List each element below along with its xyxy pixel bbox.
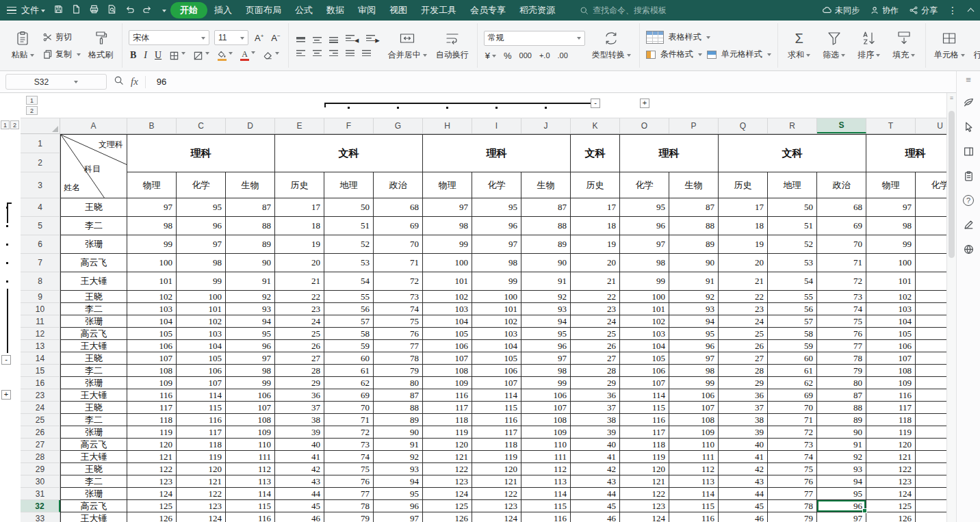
data-cell[interactable]: 56 — [324, 303, 374, 315]
subject-header-cell[interactable]: 物理 — [866, 172, 916, 198]
data-cell[interactable]: 96 — [472, 217, 521, 235]
data-cell[interactable]: 18 — [275, 217, 324, 235]
data-cell[interactable]: 123 — [423, 475, 472, 488]
ai-assistant-icon[interactable] — [963, 96, 975, 108]
data-cell[interactable]: 106 — [226, 389, 275, 402]
data-cell[interactable]: 109 — [226, 426, 275, 439]
align-center-button[interactable] — [311, 50, 323, 56]
data-cell[interactable]: 73 — [374, 291, 423, 303]
data-cell[interactable]: 80 — [374, 377, 423, 389]
data-cell[interactable]: 124 — [423, 488, 472, 500]
data-cell[interactable]: 69 — [374, 217, 423, 235]
data-cell[interactable]: 76 — [817, 328, 866, 340]
name-cell[interactable]: 高云飞 — [60, 439, 127, 451]
subject-header-cell[interactable]: 化学 — [916, 172, 946, 198]
data-cell[interactable]: 70 — [817, 235, 866, 254]
data-cell[interactable]: 70 — [374, 235, 423, 254]
menu-tab-稻壳资源[interactable]: 稻壳资源 — [513, 2, 562, 18]
column-header-T[interactable]: T — [866, 118, 916, 133]
data-cell[interactable]: 78 — [817, 352, 866, 365]
data-cell[interactable]: 109 — [866, 377, 916, 389]
row-header-13[interactable]: 13 — [21, 340, 60, 352]
wrap-text-button[interactable]: 自动换行 — [434, 29, 471, 62]
data-cell[interactable]: 108 — [423, 365, 472, 377]
data-cell[interactable]: 116 — [669, 512, 719, 522]
thousands-separator-button[interactable]: 000 — [518, 51, 533, 60]
data-cell[interactable]: 116 — [226, 512, 275, 522]
data-cell[interactable]: 26 — [719, 340, 768, 352]
data-cell[interactable]: 107 — [127, 352, 177, 365]
data-cell[interactable]: 69 — [768, 389, 817, 402]
name-cell[interactable]: 王晓 — [60, 402, 127, 414]
data-cell[interactable]: 103 — [423, 303, 472, 315]
data-cell[interactable]: 107 — [226, 402, 275, 414]
data-cell[interactable]: 113 — [226, 475, 275, 488]
menu-tab-会员专享[interactable]: 会员专享 — [463, 2, 513, 18]
data-cell[interactable]: 95 — [669, 328, 719, 340]
data-cell[interactable]: 116 — [472, 414, 521, 426]
data-cell[interactable]: 88 — [374, 402, 423, 414]
data-cell[interactable]: 77 — [817, 340, 866, 352]
data-cell[interactable]: 77 — [324, 488, 374, 500]
data-cell[interactable]: 44 — [719, 488, 768, 500]
data-cell[interactable]: 104 — [866, 315, 916, 328]
data-cell[interactable]: 21 — [275, 272, 324, 291]
data-cell[interactable]: 53 — [324, 254, 374, 272]
data-cell[interactable]: 107 — [472, 377, 521, 389]
name-cell[interactable]: 李二 — [60, 475, 127, 488]
data-cell[interactable]: 27 — [571, 352, 620, 365]
data-cell[interactable]: 119 — [127, 426, 177, 439]
menu-tab-公式[interactable]: 公式 — [288, 2, 320, 18]
data-cell[interactable]: 77 — [768, 488, 817, 500]
data-cell[interactable]: 120 — [472, 463, 521, 475]
data-cell[interactable]: 98 — [127, 217, 177, 235]
name-cell[interactable]: 张珊 — [60, 488, 127, 500]
data-cell[interactable]: 42 — [719, 463, 768, 475]
percent-button[interactable]: % — [502, 51, 513, 61]
data-cell[interactable] — [916, 235, 946, 254]
data-cell[interactable] — [916, 402, 946, 414]
data-cell[interactable]: 71 — [374, 254, 423, 272]
data-cell[interactable]: 41 — [719, 451, 768, 463]
data-cell[interactable]: 38 — [571, 414, 620, 426]
data-cell[interactable]: 112 — [226, 463, 275, 475]
data-cell[interactable]: 117 — [866, 402, 916, 414]
data-cell[interactable]: 69 — [817, 217, 866, 235]
conditional-format-button[interactable]: 条件格式 — [660, 49, 702, 60]
data-cell[interactable]: 102 — [866, 291, 916, 303]
data-cell[interactable] — [916, 451, 946, 463]
column-header-D[interactable]: D — [226, 118, 275, 133]
data-cell[interactable]: 123 — [127, 475, 177, 488]
data-cell[interactable]: 99 — [472, 272, 521, 291]
data-cell[interactable]: 120 — [620, 463, 669, 475]
data-cell[interactable]: 118 — [127, 414, 177, 426]
data-cell[interactable] — [916, 488, 946, 500]
data-cell[interactable]: 118 — [866, 414, 916, 426]
data-cell[interactable]: 119 — [472, 451, 521, 463]
data-cell[interactable]: 101 — [620, 303, 669, 315]
column-header-K[interactable]: K — [571, 118, 620, 133]
data-cell[interactable]: 104 — [620, 340, 669, 352]
collapse-ribbon-icon[interactable] — [968, 8, 975, 15]
column-header-C[interactable]: C — [177, 118, 226, 133]
data-cell[interactable]: 100 — [423, 254, 472, 272]
data-cell[interactable]: 114 — [472, 389, 521, 402]
data-cell[interactable]: 99 — [423, 235, 472, 254]
data-cell[interactable]: 108 — [669, 414, 719, 426]
column-header-F[interactable]: F — [324, 118, 374, 133]
data-cell[interactable]: 100 — [127, 254, 177, 272]
column-header-O[interactable]: O — [620, 118, 669, 133]
data-cell[interactable]: 125 — [866, 500, 916, 512]
table-style-button[interactable]: 表格样式 — [669, 31, 710, 43]
menu-tab-审阅[interactable]: 审阅 — [351, 2, 383, 18]
data-cell[interactable]: 123 — [177, 500, 226, 512]
data-cell[interactable]: 97 — [177, 235, 226, 254]
merge-center-button[interactable]: 合并居中 — [386, 29, 429, 62]
paste-button[interactable]: 粘贴 — [8, 29, 38, 62]
data-cell[interactable]: 126 — [127, 512, 177, 522]
data-cell[interactable]: 52 — [324, 235, 374, 254]
decrease-font-button[interactable]: A− — [270, 33, 281, 43]
column-header-H[interactable]: H — [423, 118, 472, 133]
data-cell[interactable]: 40 — [571, 439, 620, 451]
data-cell[interactable] — [916, 217, 946, 235]
